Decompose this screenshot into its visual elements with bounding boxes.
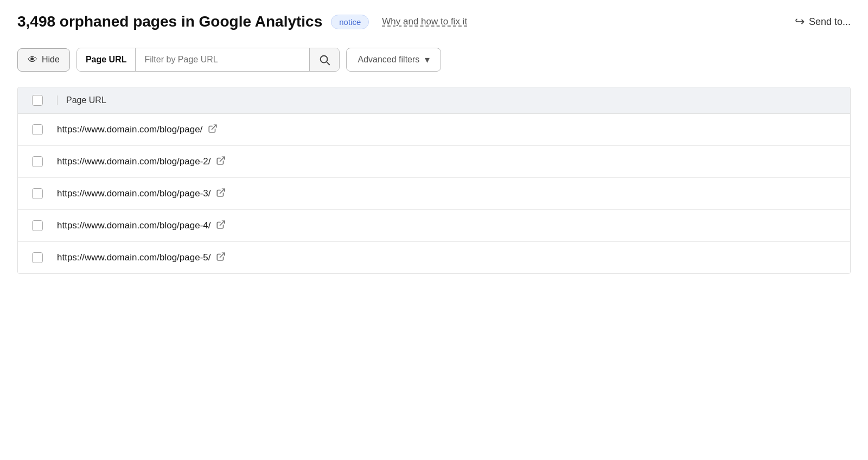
row-url-text-1: https://www.domain.com/blog/page-2/ <box>57 156 210 167</box>
filter-column-label: Page URL <box>77 48 136 71</box>
row-url-cell-2: https://www.domain.com/blog/page-3/ <box>57 188 226 200</box>
svg-point-0 <box>321 56 328 63</box>
send-to-button[interactable]: ↪ Send to... <box>795 15 851 29</box>
row-url-cell-0: https://www.domain.com/blog/page/ <box>57 124 218 136</box>
search-button[interactable] <box>309 48 339 71</box>
svg-line-6 <box>220 253 225 257</box>
svg-line-5 <box>220 221 225 225</box>
row-url-cell-1: https://www.domain.com/blog/page-2/ <box>57 156 226 168</box>
row-checkbox-cell-3[interactable] <box>18 220 57 231</box>
header-checkbox-cell[interactable] <box>18 95 57 106</box>
external-link-icon-2[interactable] <box>216 188 226 200</box>
svg-line-3 <box>220 157 225 161</box>
row-checkbox-cell-4[interactable] <box>18 252 57 263</box>
table-row: https://www.domain.com/blog/page-3/ <box>18 178 850 210</box>
eye-icon: 👁 <box>28 54 37 66</box>
row-url-text-0: https://www.domain.com/blog/page/ <box>57 124 202 135</box>
table-row: https://www.domain.com/blog/page-5/ <box>18 242 850 273</box>
chevron-down-icon: ▾ <box>425 54 430 66</box>
table-row: https://www.domain.com/blog/page-2/ <box>18 146 850 178</box>
row-url-text-4: https://www.domain.com/blog/page-5/ <box>57 252 210 263</box>
svg-line-2 <box>212 125 216 129</box>
column-header-url: Page URL <box>57 95 106 105</box>
svg-line-1 <box>327 62 330 65</box>
select-all-checkbox[interactable] <box>32 95 43 106</box>
table-row: https://www.domain.com/blog/page-4/ <box>18 210 850 242</box>
table-row: https://www.domain.com/blog/page/ <box>18 114 850 146</box>
send-to-arrow-icon: ↪ <box>795 15 805 29</box>
svg-line-4 <box>220 189 225 193</box>
external-link-icon-1[interactable] <box>216 156 226 168</box>
row-url-cell-4: https://www.domain.com/blog/page-5/ <box>57 252 226 264</box>
row-url-text-2: https://www.domain.com/blog/page-3/ <box>57 188 210 199</box>
row-checkbox-2[interactable] <box>32 188 43 199</box>
external-link-icon-3[interactable] <box>216 220 226 232</box>
hide-button[interactable]: 👁 Hide <box>17 48 70 72</box>
url-filter-input[interactable] <box>136 48 309 71</box>
row-checkbox-0[interactable] <box>32 124 43 135</box>
external-link-icon-4[interactable] <box>216 252 226 264</box>
advanced-filters-button[interactable]: Advanced filters ▾ <box>346 48 441 72</box>
results-table: Page URL https://www.domain.com/blog/pag… <box>17 87 851 274</box>
page-title: 3,498 orphaned pages in Google Analytics <box>17 13 322 30</box>
row-checkbox-4[interactable] <box>32 252 43 263</box>
url-filter-group: Page URL <box>76 48 340 72</box>
hide-button-label: Hide <box>42 55 60 65</box>
row-url-cell-3: https://www.domain.com/blog/page-4/ <box>57 220 226 232</box>
search-icon <box>318 54 330 66</box>
filter-bar: 👁 Hide Page URL Advanced filters ▾ <box>17 48 851 72</box>
send-to-label: Send to... <box>809 16 851 28</box>
notice-badge: notice <box>331 15 369 29</box>
why-fix-link[interactable]: Why and how to fix it <box>382 16 467 27</box>
row-checkbox-cell-1[interactable] <box>18 156 57 167</box>
row-checkbox-cell-0[interactable] <box>18 124 57 135</box>
row-checkbox-1[interactable] <box>32 156 43 167</box>
row-url-text-3: https://www.domain.com/blog/page-4/ <box>57 220 210 231</box>
external-link-icon-0[interactable] <box>208 124 218 136</box>
table-body: https://www.domain.com/blog/page/ https:… <box>18 114 850 273</box>
table-header-row: Page URL <box>18 87 850 114</box>
row-checkbox-cell-2[interactable] <box>18 188 57 199</box>
row-checkbox-3[interactable] <box>32 220 43 231</box>
advanced-filters-label: Advanced filters <box>358 55 419 65</box>
page-header: 3,498 orphaned pages in Google Analytics… <box>17 13 851 30</box>
